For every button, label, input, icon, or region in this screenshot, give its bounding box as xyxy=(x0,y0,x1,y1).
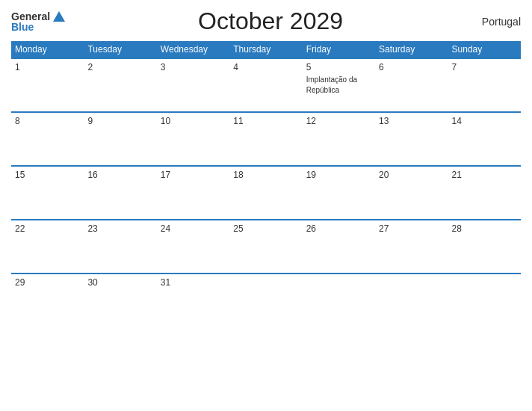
header-thursday: Thursday xyxy=(229,41,302,58)
day-number: 7 xyxy=(452,62,517,72)
calendar-day-cell: 9 xyxy=(84,112,156,166)
day-number: 4 xyxy=(233,62,298,72)
day-number: 18 xyxy=(233,170,298,180)
weekday-header-row: Monday Tuesday Wednesday Thursday Friday… xyxy=(11,41,521,58)
calendar-container: General Blue October 2029 Portugal Monda… xyxy=(0,0,532,411)
header-monday: Monday xyxy=(11,41,84,58)
calendar-week-row: 15161718192021 xyxy=(11,166,521,220)
day-number: 2 xyxy=(87,62,152,72)
calendar-day-cell: 16 xyxy=(84,166,156,220)
calendar-day-cell xyxy=(303,274,375,327)
day-number: 20 xyxy=(379,170,444,180)
day-number: 3 xyxy=(161,62,226,72)
calendar-week-row: 12345Implantação da República67 xyxy=(11,58,521,112)
calendar-day-cell xyxy=(375,274,448,327)
header-sunday: Sunday xyxy=(448,41,521,58)
day-number: 5 xyxy=(306,62,371,72)
day-number: 17 xyxy=(161,170,226,180)
day-number: 25 xyxy=(233,223,298,234)
calendar-day-cell: 13 xyxy=(375,112,448,166)
day-number: 1 xyxy=(15,62,80,72)
calendar-day-cell: 27 xyxy=(375,220,448,274)
calendar-day-cell: 3 xyxy=(157,58,229,112)
day-number: 8 xyxy=(15,116,80,126)
calendar-day-cell: 28 xyxy=(448,220,521,274)
header-wednesday: Wednesday xyxy=(157,41,229,58)
calendar-day-cell xyxy=(229,274,302,327)
day-number: 13 xyxy=(379,116,444,126)
calendar-day-cell: 15 xyxy=(11,166,84,220)
logo-blue-text: Blue xyxy=(11,22,34,32)
header-tuesday: Tuesday xyxy=(84,41,156,58)
calendar-day-cell: 2 xyxy=(84,58,156,112)
day-number: 28 xyxy=(452,223,517,234)
day-number: 26 xyxy=(306,223,371,234)
day-number: 15 xyxy=(15,170,80,180)
calendar-week-row: 293031 xyxy=(11,274,521,327)
calendar-table: Monday Tuesday Wednesday Thursday Friday… xyxy=(11,41,521,327)
header-friday: Friday xyxy=(303,41,375,58)
month-title: October 2029 xyxy=(65,7,476,35)
day-number: 24 xyxy=(161,223,226,234)
day-number: 11 xyxy=(233,116,298,126)
calendar-day-cell: 8 xyxy=(11,112,84,166)
calendar-day-cell: 24 xyxy=(157,220,229,274)
calendar-day-cell: 19 xyxy=(303,166,375,220)
calendar-day-cell: 1 xyxy=(11,58,84,112)
calendar-day-cell: 11 xyxy=(229,112,302,166)
day-number: 21 xyxy=(452,170,517,180)
calendar-day-cell: 20 xyxy=(375,166,448,220)
country-label: Portugal xyxy=(476,16,521,28)
calendar-day-cell: 14 xyxy=(448,112,521,166)
calendar-day-cell: 26 xyxy=(303,220,375,274)
calendar-day-cell: 25 xyxy=(229,220,302,274)
logo: General Blue xyxy=(11,11,65,32)
day-number: 16 xyxy=(87,170,152,180)
day-number: 10 xyxy=(161,116,226,126)
calendar-header: General Blue October 2029 Portugal xyxy=(11,7,521,35)
day-number: 27 xyxy=(379,223,444,234)
calendar-day-cell: 7 xyxy=(448,58,521,112)
holiday-label: Implantação da República xyxy=(306,75,357,94)
day-number: 23 xyxy=(87,223,152,234)
day-number: 6 xyxy=(379,62,444,72)
calendar-day-cell: 23 xyxy=(84,220,156,274)
logo-general-text: General xyxy=(11,11,50,22)
calendar-day-cell: 22 xyxy=(11,220,84,274)
day-number: 9 xyxy=(87,116,152,126)
day-number: 31 xyxy=(161,277,226,288)
day-number: 30 xyxy=(87,277,152,288)
calendar-day-cell: 29 xyxy=(11,274,84,327)
logo-triangle-icon xyxy=(53,11,65,22)
day-number: 29 xyxy=(15,277,80,288)
day-number: 12 xyxy=(306,116,371,126)
calendar-day-cell: 18 xyxy=(229,166,302,220)
calendar-day-cell: 21 xyxy=(448,166,521,220)
calendar-week-row: 891011121314 xyxy=(11,112,521,166)
calendar-day-cell: 30 xyxy=(84,274,156,327)
calendar-day-cell: 6 xyxy=(375,58,448,112)
calendar-day-cell: 10 xyxy=(157,112,229,166)
calendar-week-row: 22232425262728 xyxy=(11,220,521,274)
day-number: 14 xyxy=(452,116,517,126)
calendar-day-cell xyxy=(448,274,521,327)
calendar-day-cell: 31 xyxy=(157,274,229,327)
header-saturday: Saturday xyxy=(375,41,448,58)
day-number: 22 xyxy=(15,223,80,234)
calendar-day-cell: 17 xyxy=(157,166,229,220)
day-number: 19 xyxy=(306,170,371,180)
calendar-day-cell: 5Implantação da República xyxy=(303,58,375,112)
calendar-day-cell: 12 xyxy=(303,112,375,166)
calendar-day-cell: 4 xyxy=(229,58,302,112)
